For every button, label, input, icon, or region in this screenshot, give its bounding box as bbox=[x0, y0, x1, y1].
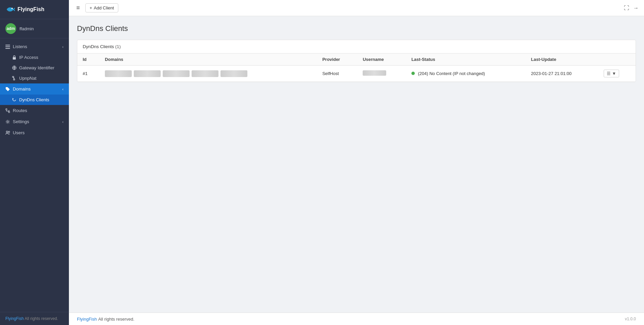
sidebar-item-ip-access-label: IP Access bbox=[19, 55, 38, 60]
sidebar-logo: FlyingFish bbox=[0, 0, 69, 19]
domains-chevron-icon: ‹ bbox=[62, 87, 64, 91]
col-username: Username bbox=[357, 53, 406, 66]
domains-cell bbox=[105, 70, 312, 77]
page-title: DynDns Clients bbox=[77, 24, 636, 33]
sidebar-item-gateway-identifier-label: Gateway Identifier bbox=[19, 65, 54, 70]
row-id: #1 bbox=[77, 66, 99, 82]
dyndns-clients-card: DynDns Clients (1) Id Domains Provider U… bbox=[77, 40, 636, 82]
hamburger-button[interactable]: ≡ bbox=[74, 4, 82, 12]
add-client-label: Add Client bbox=[94, 5, 114, 10]
svg-rect-8 bbox=[13, 79, 15, 80]
version-label: v1.0.0 bbox=[625, 317, 636, 321]
footer-brand-link[interactable]: FlyingFish bbox=[5, 316, 24, 321]
sidebar-item-gateway-identifier[interactable]: Gateway Identifier bbox=[0, 63, 69, 73]
settings-icon bbox=[5, 119, 10, 124]
expand-icon[interactable]: ⛶ bbox=[624, 5, 629, 11]
row-action-button[interactable]: ☰ ▼ bbox=[604, 70, 619, 77]
sidebar-item-dyndns-clients-label: DynDns Clients bbox=[19, 97, 49, 102]
username-label: ffadmin bbox=[19, 26, 34, 31]
row-actions: ☰ ▼ bbox=[598, 66, 636, 82]
svg-rect-1 bbox=[5, 45, 10, 45]
domain-pill-3 bbox=[163, 70, 190, 77]
row-status: (204) No Content (IP not changed) bbox=[406, 66, 526, 82]
sidebar-item-routes-label: Routes bbox=[13, 108, 27, 113]
settings-chevron-icon: ‹ bbox=[62, 120, 64, 124]
sidebar-item-upnpnat[interactable]: UpnpNat bbox=[0, 73, 69, 83]
footer-info: FlyingFish All rights reserved. bbox=[77, 316, 134, 322]
sidebar: FlyingFish adm ffadmin Listens ‹ IP Acce… bbox=[0, 0, 69, 325]
status-dot-icon bbox=[411, 72, 415, 75]
svg-rect-2 bbox=[5, 46, 10, 47]
add-client-button[interactable]: + Add Client bbox=[85, 3, 119, 12]
action-chevron-icon: ▼ bbox=[612, 71, 616, 76]
footer-text: All rights reserved. bbox=[25, 316, 58, 321]
sidebar-item-users-label: Users bbox=[13, 130, 25, 135]
footer-rights: All rights reserved. bbox=[98, 317, 134, 322]
sidebar-nav: Listens ‹ IP Access Gateway Identifier bbox=[0, 38, 69, 312]
col-last-status: Last-Status bbox=[406, 53, 526, 66]
flyingfish-logo-icon bbox=[5, 5, 15, 14]
sidebar-item-settings[interactable]: Settings ‹ bbox=[0, 116, 69, 127]
col-actions bbox=[598, 53, 636, 66]
svg-point-0 bbox=[11, 8, 13, 9]
sidebar-item-users[interactable]: Users bbox=[0, 127, 69, 138]
svg-point-13 bbox=[8, 111, 10, 113]
col-id: Id bbox=[77, 53, 99, 66]
table-head: Id Domains Provider Username Last-Status… bbox=[77, 53, 636, 66]
domain-pill-1 bbox=[105, 70, 132, 77]
main-footer: FlyingFish All rights reserved. v1.0.0 bbox=[69, 313, 644, 325]
action-menu-icon: ☰ bbox=[607, 71, 611, 76]
sidebar-item-routes[interactable]: Routes bbox=[0, 105, 69, 116]
row-provider: SelfHost bbox=[317, 66, 357, 82]
network-icon bbox=[12, 76, 16, 80]
username-blurred bbox=[363, 70, 386, 76]
svg-point-14 bbox=[7, 121, 9, 122]
sidebar-item-ip-access[interactable]: IP Access bbox=[0, 52, 69, 63]
listens-chevron-icon: ‹ bbox=[62, 45, 64, 49]
row-username bbox=[357, 66, 406, 82]
row-last-update: 2023-01-27 21:01:00 bbox=[526, 66, 599, 82]
sidebar-item-dyndns-clients[interactable]: DynDns Clients bbox=[0, 95, 69, 105]
svg-point-12 bbox=[6, 109, 7, 110]
svg-rect-4 bbox=[13, 57, 16, 60]
footer-brand[interactable]: FlyingFish bbox=[77, 317, 97, 322]
table-body: #1 SelfHost bbox=[77, 66, 636, 82]
svg-point-16 bbox=[8, 131, 10, 133]
row-domains bbox=[99, 66, 317, 82]
sidebar-footer: FlyingFish All rights reserved. bbox=[0, 312, 69, 325]
app-name: FlyingFish bbox=[17, 6, 44, 12]
card-count: (1) bbox=[115, 44, 121, 49]
topbar-actions: ⛶ → bbox=[624, 5, 639, 11]
col-domains: Domains bbox=[99, 53, 317, 66]
routes-icon bbox=[5, 108, 10, 113]
add-client-icon: + bbox=[90, 5, 92, 10]
sidebar-item-domains-label: Domains bbox=[13, 86, 31, 92]
svg-rect-3 bbox=[5, 48, 10, 49]
status-text: (204) No Content (IP not changed) bbox=[418, 71, 485, 76]
svg-point-15 bbox=[6, 131, 8, 133]
table-header-row: Id Domains Provider Username Last-Status… bbox=[77, 53, 636, 66]
dyndns-clients-table: Id Domains Provider Username Last-Status… bbox=[77, 53, 636, 82]
users-icon bbox=[5, 131, 10, 135]
table-row: #1 SelfHost bbox=[77, 66, 636, 82]
user-avatar: adm bbox=[5, 23, 16, 34]
content-area: DynDns Clients DynDns Clients (1) Id Dom… bbox=[69, 16, 644, 313]
logout-icon[interactable]: → bbox=[633, 5, 639, 11]
lock-icon bbox=[12, 55, 16, 60]
domain-pill-4 bbox=[192, 70, 218, 77]
tag-icon bbox=[5, 87, 10, 92]
topbar: ≡ + Add Client ⛶ → bbox=[69, 0, 644, 16]
sidebar-item-listens-label: Listens bbox=[13, 44, 27, 49]
sidebar-item-upnpnat-label: UpnpNat bbox=[19, 76, 36, 81]
sidebar-item-settings-label: Settings bbox=[13, 119, 29, 124]
sidebar-item-listens[interactable]: Listens ‹ bbox=[0, 41, 69, 52]
col-last-update: Last-Update bbox=[526, 53, 599, 66]
domain-pill-5 bbox=[220, 70, 247, 77]
refresh-icon bbox=[12, 98, 16, 102]
sidebar-item-domains[interactable]: Domains ‹ bbox=[0, 83, 69, 95]
card-title: DynDns Clients bbox=[83, 44, 114, 49]
domain-pill-2 bbox=[134, 70, 161, 77]
col-provider: Provider bbox=[317, 53, 357, 66]
svg-point-11 bbox=[6, 88, 7, 88]
svg-rect-7 bbox=[12, 76, 14, 77]
